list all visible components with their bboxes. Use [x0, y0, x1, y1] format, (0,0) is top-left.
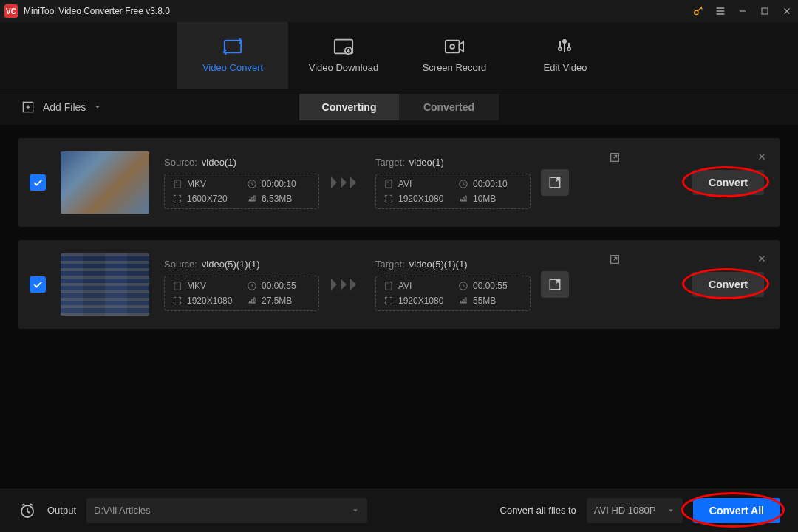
menu-icon[interactable] [714, 4, 727, 18]
svg-rect-2 [225, 40, 241, 52]
schedule-icon[interactable] [18, 501, 37, 520]
arrow-icon [331, 174, 364, 191]
resolution-icon [383, 296, 394, 306]
tab-screen-record[interactable]: Screen Record [399, 22, 510, 89]
size-icon [458, 194, 468, 204]
source-label: Source: [164, 157, 197, 168]
tab-label: Edit Video [543, 62, 587, 73]
tab-label: Screen Record [423, 62, 487, 73]
convert-all-label: Convert all files to [500, 505, 576, 516]
remove-file-button[interactable] [757, 253, 767, 267]
clock-icon [458, 281, 468, 291]
toolbar: Add Files Converting Converted [0, 89, 798, 125]
upgrade-key-icon[interactable] [692, 4, 705, 18]
tab-label: Video Download [309, 62, 378, 73]
file-icon [172, 179, 183, 189]
source-info: Source: video(5)(1)(1) MKV 00:00:55 1920… [164, 259, 319, 311]
target-name: video(5)(1)(1) [409, 259, 468, 270]
clock-icon [247, 179, 257, 189]
svg-rect-17 [174, 282, 180, 290]
add-file-icon [21, 100, 35, 115]
size-icon [458, 296, 468, 306]
add-files-button[interactable]: Add Files [21, 100, 102, 115]
open-output-icon[interactable] [609, 253, 621, 268]
edit-target-button[interactable] [541, 271, 569, 298]
clock-icon [247, 281, 257, 291]
size-icon [247, 194, 257, 204]
add-files-label: Add Files [43, 101, 86, 113]
file-card: Source: video(1) MKV 00:00:10 1600X720 6… [18, 138, 780, 227]
remove-file-button[interactable] [757, 151, 767, 165]
svg-point-9 [567, 47, 570, 50]
subtab-converted[interactable]: Converted [399, 94, 499, 120]
maximize-icon[interactable] [758, 4, 771, 18]
expand-icon [548, 176, 562, 189]
source-info: Source: video(1) MKV 00:00:10 1600X720 6… [164, 157, 319, 209]
video-thumbnail[interactable] [61, 151, 149, 214]
target-name: video(1) [409, 157, 444, 168]
file-list: Source: video(1) MKV 00:00:10 1600X720 6… [0, 125, 798, 488]
check-icon [32, 177, 44, 188]
source-name: video(5)(1)(1) [202, 259, 260, 270]
file-icon [383, 179, 394, 189]
subtab-converting[interactable]: Converting [299, 94, 399, 120]
resolution-icon [172, 194, 183, 204]
source-name: video(1) [202, 157, 236, 168]
output-path-select[interactable]: D:\All Articles [86, 498, 367, 523]
resolution-icon [172, 296, 183, 306]
svg-rect-13 [386, 180, 392, 188]
convert-button[interactable]: Convert [692, 170, 764, 195]
tab-video-convert[interactable]: Video Convert [177, 22, 288, 89]
resolution-icon [383, 194, 394, 204]
minimize-icon[interactable] [736, 4, 749, 18]
svg-point-0 [695, 10, 698, 14]
source-label: Source: [164, 259, 197, 270]
tab-video-download[interactable]: Video Download [288, 22, 399, 89]
file-icon [383, 281, 394, 291]
target-label: Target: [375, 259, 405, 270]
edit-target-button[interactable] [541, 169, 569, 196]
svg-rect-5 [446, 40, 460, 52]
convert-all-button[interactable]: Convert All [693, 498, 780, 523]
output-path-value: D:\All Articles [94, 505, 151, 516]
target-label: Target: [375, 157, 405, 168]
convert-button[interactable]: Convert [692, 272, 764, 297]
tab-label: Video Convert [202, 62, 263, 73]
close-icon[interactable] [780, 4, 794, 18]
target-info: Target: video(1) AVI 00:00:10 1920X1080 … [375, 157, 531, 209]
download-icon [333, 38, 354, 55]
file-card: Source: video(5)(1)(1) MKV 00:00:55 1920… [18, 240, 780, 329]
main-tabs: Video Convert Video Download Screen Reco… [0, 22, 798, 89]
edit-icon [555, 38, 576, 55]
target-info: Target: video(5)(1)(1) AVI 00:00:55 1920… [375, 259, 531, 311]
chevron-down-icon [351, 506, 360, 515]
target-format-select[interactable]: AVI HD 1080P [587, 498, 683, 523]
open-output-icon[interactable] [609, 151, 621, 166]
file-icon [172, 281, 183, 291]
app-title: MiniTool Video Converter Free v3.8.0 [24, 6, 692, 16]
file-checkbox[interactable] [30, 174, 46, 191]
output-label: Output [47, 505, 76, 516]
arrow-icon [331, 276, 364, 293]
size-icon [247, 296, 257, 306]
svg-rect-1 [762, 8, 768, 14]
expand-icon [548, 278, 562, 291]
convert-icon [222, 38, 243, 55]
svg-rect-11 [174, 180, 180, 188]
record-icon [444, 38, 465, 55]
check-icon [32, 279, 44, 290]
titlebar: VC MiniTool Video Converter Free v3.8.0 [0, 0, 798, 22]
svg-rect-19 [386, 282, 392, 290]
chevron-down-icon [666, 506, 675, 515]
footer: Output D:\All Articles Convert all files… [0, 488, 798, 532]
target-format-value: AVI HD 1080P [594, 505, 656, 516]
chevron-down-icon [93, 103, 102, 112]
clock-icon [458, 179, 468, 189]
svg-point-6 [450, 44, 454, 49]
tab-edit-video[interactable]: Edit Video [510, 22, 621, 89]
file-checkbox[interactable] [30, 276, 46, 293]
app-logo-icon: VC [4, 4, 18, 18]
svg-point-7 [559, 47, 562, 50]
video-thumbnail[interactable] [61, 253, 149, 316]
